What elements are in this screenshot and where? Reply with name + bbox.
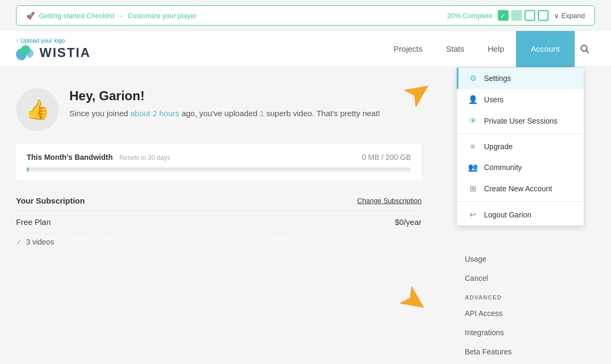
upgrade-icon: ≡ xyxy=(468,142,478,151)
logo: WISTIA xyxy=(16,45,91,61)
bandwidth-amount: 0 MB / 200 GB xyxy=(362,153,411,161)
bandwidth-section: This Month's Bandwidth Resets in 30 days… xyxy=(16,144,422,180)
sidebar-api-access[interactable]: API Access xyxy=(455,304,611,323)
dropdown-upgrade[interactable]: ≡ Upgrade xyxy=(457,136,584,157)
thumbs-up-avatar: 👍 xyxy=(16,88,59,131)
greeting-heading: Hey, Garion! xyxy=(69,88,380,103)
header: ↑ Upload your logo WISTIA Projects Stats… xyxy=(0,31,611,67)
api-access-label: API Access xyxy=(465,309,503,318)
nav-projects[interactable]: Projects xyxy=(382,31,434,67)
dropdown-community[interactable]: 👥 Community xyxy=(457,157,584,178)
eye-icon: 👁 xyxy=(468,116,478,125)
welcome-message: Since you joined about 2 hours ago, you'… xyxy=(69,108,380,120)
main-nav: Projects Stats Help Account xyxy=(382,31,595,67)
nav-account[interactable]: Account xyxy=(516,31,575,67)
wistia-logo-icon xyxy=(16,45,35,61)
sidebar-usage[interactable]: Usage xyxy=(455,249,611,269)
gear-icon: ⚙ xyxy=(468,74,478,83)
beta-features-label: Beta Features xyxy=(465,347,512,356)
message-after: ago, you've uploaded xyxy=(179,109,259,118)
expand-button[interactable]: ∨ Expand xyxy=(554,12,585,20)
search-button[interactable] xyxy=(575,44,595,54)
checklist-right: 20% Complete ✓ ∨ Expand xyxy=(447,10,585,21)
sidebar-extra: Usage Cancel ADVANCED API Access Integra… xyxy=(455,249,611,361)
dropdown-users[interactable]: 👤 Users xyxy=(457,89,584,110)
settings-label: Settings xyxy=(484,74,511,83)
integrations-label: Integrations xyxy=(465,328,504,337)
bandwidth-title: This Month's Bandwidth xyxy=(27,153,113,161)
dropdown-settings[interactable]: ⚙ Settings xyxy=(457,68,584,89)
chevron-down-icon: ∨ xyxy=(554,12,559,20)
subscription-title: Your Subscription xyxy=(16,196,85,205)
progress-box-1: ✓ xyxy=(498,10,509,21)
checklist-bar: 🚀 Getting started Checklist → Customize … xyxy=(16,5,595,26)
svg-point-2 xyxy=(26,49,34,58)
account-dropdown: ⚙ Settings 👤 Users 👁 Private User Sessio… xyxy=(456,67,584,226)
subscription-section: Your Subscription Change Subscription Fr… xyxy=(16,196,422,250)
nav-stats[interactable]: Stats xyxy=(434,31,476,67)
getting-started-link[interactable]: Getting started Checklist → xyxy=(39,12,123,20)
progress-box-2 xyxy=(511,10,522,21)
create-account-label: Create New Account xyxy=(484,184,552,193)
message-before: Since you joined xyxy=(69,109,130,118)
feature-text-1: 3 videos xyxy=(26,238,54,246)
logout-icon: ↩ xyxy=(468,210,478,220)
private-sessions-label: Private User Sessions xyxy=(484,117,558,125)
cancel-label: Cancel xyxy=(465,274,488,282)
time-link[interactable]: about 2 hours xyxy=(130,109,179,118)
expand-label: Expand xyxy=(561,12,585,20)
dropdown-logout[interactable]: ↩ Logout Garion xyxy=(457,204,584,225)
sidebar-beta-features[interactable]: Beta Features xyxy=(455,342,611,361)
progress-box-3 xyxy=(525,10,535,21)
plan-name: Free Plan xyxy=(16,217,51,227)
community-icon: 👥 xyxy=(468,163,478,172)
progress-boxes: ✓ xyxy=(498,10,549,21)
upload-logo-link[interactable]: ↑ Upload your logo xyxy=(16,37,65,44)
plan-row: Free Plan $0/year xyxy=(16,211,422,233)
bandwidth-header: This Month's Bandwidth Resets in 30 days… xyxy=(27,152,411,162)
bandwidth-reset: Resets in 30 days xyxy=(120,154,170,161)
message-end: superb video. That's pretty neat! xyxy=(264,109,380,118)
welcome-text: Hey, Garion! Since you joined about 2 ho… xyxy=(69,88,380,120)
community-label: Community xyxy=(484,163,522,172)
dropdown-create-account[interactable]: ⊞ Create New Account xyxy=(457,178,584,199)
users-label: Users xyxy=(484,95,504,104)
user-icon: 👤 xyxy=(468,95,478,104)
upgrade-label: Upgrade xyxy=(484,142,513,151)
progress-box-4 xyxy=(538,10,549,21)
svg-line-4 xyxy=(586,50,589,53)
checklist-customize[interactable]: Customize your player xyxy=(128,12,196,20)
bandwidth-progress-bar xyxy=(27,167,411,172)
rocket-icon: 🚀 xyxy=(26,12,35,20)
sidebar-integrations[interactable]: Integrations xyxy=(455,323,611,342)
progress-label: 20% Complete xyxy=(447,12,493,20)
dropdown-private-sessions[interactable]: 👁 Private User Sessions xyxy=(457,110,584,131)
nav-help[interactable]: Help xyxy=(476,31,516,67)
video-count: 1 xyxy=(259,109,264,118)
checklist-left: 🚀 Getting started Checklist → Customize … xyxy=(26,12,197,20)
sidebar-cancel[interactable]: Cancel xyxy=(455,269,611,288)
logo-text: WISTIA xyxy=(39,45,91,60)
bandwidth-title-group: This Month's Bandwidth Resets in 30 days xyxy=(27,152,170,162)
change-subscription-link[interactable]: Change Subscription xyxy=(357,197,422,205)
subscription-header: Your Subscription Change Subscription xyxy=(16,196,422,211)
bandwidth-progress-fill xyxy=(27,167,29,172)
feature-row-1: ✓ 3 videos xyxy=(16,233,422,250)
usage-label: Usage xyxy=(465,255,486,263)
logo-area: ↑ Upload your logo WISTIA xyxy=(16,37,91,61)
plus-box-icon: ⊞ xyxy=(468,184,478,193)
dropdown-divider-2 xyxy=(457,201,584,202)
logout-label: Logout Garion xyxy=(484,211,531,219)
arrow-down-indicator: ➤ xyxy=(393,277,437,321)
search-icon xyxy=(580,44,590,54)
plan-price: $0/year xyxy=(395,217,422,227)
advanced-section-label: ADVANCED xyxy=(455,288,611,304)
dropdown-divider-1 xyxy=(457,133,584,134)
check-icon: ✓ xyxy=(16,238,22,246)
